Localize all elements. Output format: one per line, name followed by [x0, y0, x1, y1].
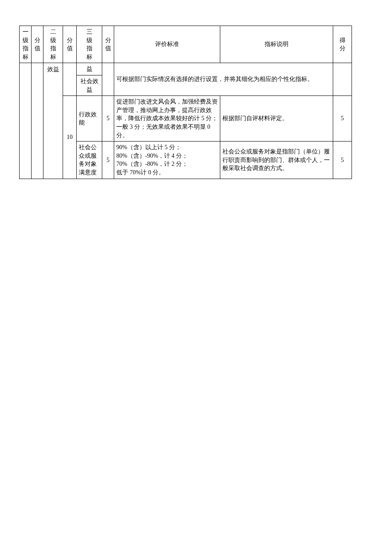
header-level2: 二级指标 — [43, 26, 63, 63]
header-result: 得分 — [333, 26, 352, 63]
cell-level3: 益 — [77, 63, 102, 75]
cell-score3: 5 — [102, 142, 114, 179]
cell-explanation: 根据部门自评材料评定。 — [220, 96, 333, 142]
cell-score3: 5 — [102, 96, 114, 142]
cell-level2: 效益 — [43, 63, 63, 75]
cell-score2: 10 — [63, 96, 77, 179]
table-row: 10 行政效能 5 促进部门改进文风会风，加强经费及资产管理，推动网上办事，提高… — [20, 96, 352, 142]
header-score1: 分值 — [32, 26, 43, 63]
cell-merged-criteria-explanation: 可根据部门实际情况有选择的进行设置，并将其细化为相应的个性化指标。 — [114, 63, 333, 96]
header-score2: 分值 — [63, 26, 77, 63]
table-row: 效益 益 可根据部门实际情况有选择的进行设置，并将其细化为相应的个性化指标。 — [20, 63, 352, 75]
header-level3: 三级指标 — [77, 26, 102, 63]
cell-level3: 社会效益 — [77, 75, 102, 95]
header-explanation: 指标说明 — [220, 26, 333, 63]
header-criteria: 评价标准 — [114, 26, 220, 63]
table-header-row: 一级指标 分值 二级指标 分值 三级指标 分值 评价标准 指标说明 得分 — [20, 26, 352, 63]
cell-level3: 社会公众或服务对象满意度 — [77, 142, 102, 179]
cell-criteria: 促进部门改进文风会风，加强经费及资产管理，推动网上办事，提高行政效率，降低行政成… — [114, 96, 220, 142]
cell-result-empty — [333, 63, 352, 96]
cell-level3: 行政效能 — [77, 96, 102, 142]
cell-criteria: 90%（含）以上计 5 分； 80%（含）-90%，计 4 分； 70%（含）-… — [114, 142, 220, 179]
header-score3: 分值 — [102, 26, 114, 63]
cell-score3-empty — [102, 63, 114, 96]
cell-result: 5 — [333, 96, 352, 142]
cell-score2-empty — [63, 63, 77, 96]
cell-level2-cont — [43, 75, 63, 179]
cell-result: 5 — [333, 142, 352, 179]
header-level1: 一级指标 — [20, 26, 32, 63]
cell-level1-empty — [20, 63, 32, 179]
cell-explanation: 社会公众或服务对象是指部门（单位）履行职责而影响到的部门、群体或个人，一般采取社… — [220, 142, 333, 179]
cell-score1-empty — [32, 63, 43, 179]
evaluation-table: 一级指标 分值 二级指标 分值 三级指标 分值 评价标准 指标说明 得分 效益 … — [19, 26, 352, 179]
